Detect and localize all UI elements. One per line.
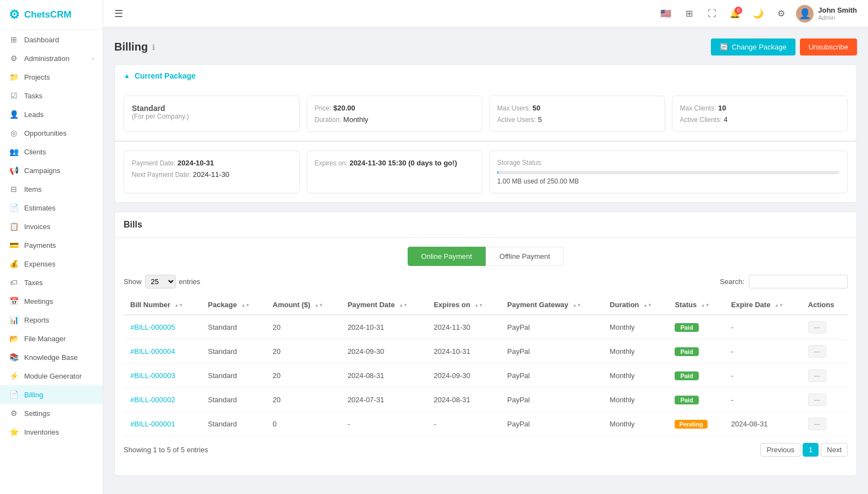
nav-arrow-administration: › (92, 55, 94, 62)
nav-icon-knowledge-base: 📚 (9, 353, 19, 362)
col-package[interactable]: Package ▲▼ (202, 295, 266, 315)
entries-select[interactable]: 25 10 50 100 (145, 275, 176, 288)
sidebar-item-expenses[interactable]: 💰 Expenses (0, 254, 103, 273)
nav-icon-campaigns: 📢 (9, 166, 19, 175)
action-button[interactable]: ··· (808, 393, 826, 406)
cell-expire-date: - (725, 340, 802, 364)
cell-expires-on: 2024-10-31 (427, 340, 500, 364)
notification-icon[interactable]: 🔔 0 (727, 5, 743, 22)
theme-icon[interactable]: 🌙 (750, 5, 766, 22)
sidebar-item-meetings[interactable]: 📅 Meetings (0, 292, 103, 310)
nav-icon-module-generator: ⚡ (9, 371, 19, 380)
cell-bill-number: #BILL-000001 (124, 412, 202, 436)
offline-payment-button[interactable]: Offline Payment (486, 247, 564, 266)
col-duration[interactable]: Duration ▲▼ (603, 295, 669, 315)
search-label: Search: (720, 277, 744, 286)
online-payment-button[interactable]: Online Payment (408, 247, 486, 266)
sidebar-item-opportunities[interactable]: ◎ Opportunities (0, 124, 103, 142)
package-name: Standard (132, 104, 292, 113)
sidebar-item-taxes[interactable]: 🏷 Taxes (0, 273, 103, 292)
sidebar-item-inventories[interactable]: ⭐ Inventories (0, 423, 103, 441)
cell-actions: ··· (802, 315, 848, 340)
content-area: Billing ℹ 🔄 Change Package Unsubscribe ▲… (103, 27, 868, 494)
action-button[interactable]: ··· (808, 345, 826, 358)
horizontal-scrollbar[interactable] (124, 461, 848, 467)
col-bill-number[interactable]: Bill Number ▲▼ (124, 295, 202, 315)
unsubscribe-button[interactable]: Unsubscribe (800, 38, 857, 55)
sidebar-item-leads[interactable]: 👤 Leads (0, 105, 103, 124)
sidebar-item-items[interactable]: ⊟ Items (0, 180, 103, 198)
sidebar-item-reports[interactable]: 📊 Reports (0, 310, 103, 329)
nav-label-taxes: Taxes (24, 279, 43, 287)
page-title-wrap: Billing ℹ (114, 41, 155, 53)
cell-payment-date: 2024-07-31 (341, 388, 427, 412)
nav-icon-meetings: 📅 (9, 297, 19, 306)
search-input[interactable] (749, 275, 848, 288)
action-button[interactable]: ··· (808, 321, 826, 334)
sidebar-item-payments[interactable]: 💳 Payments (0, 236, 103, 254)
status-badge-paid: Paid (675, 347, 698, 356)
chevron-up-icon: ▲ (124, 72, 130, 80)
prev-page-button[interactable]: Previous (760, 443, 800, 457)
table-row: #BILL-000003 Standard 20 2024-08-31 2024… (124, 364, 848, 388)
table-row: #BILL-000001 Standard 0 - - PayPal Month… (124, 412, 848, 436)
pagination-wrap: Showing 1 to 5 of 5 entries Previous 1 N… (124, 436, 848, 459)
cell-amount: 20 (266, 315, 341, 340)
bill-link[interactable]: #BILL-000003 (130, 371, 175, 380)
cell-package: Standard (202, 412, 266, 436)
fullscreen-icon[interactable]: ⛶ (704, 5, 720, 22)
sidebar-item-dashboard[interactable]: ⊞ Dashboard (0, 30, 103, 49)
search-box: Search: (720, 275, 848, 288)
main-area: ☰ 🇺🇸 ⊞ ⛶ 🔔 0 🌙 ⚙ 👤 John Smith Admin Bill… (103, 0, 868, 494)
sidebar-item-module-generator[interactable]: ⚡ Module Generator (0, 367, 103, 385)
grid-icon[interactable]: ⊞ (681, 5, 697, 22)
sidebar-item-estimates[interactable]: 📄 Estimates (0, 198, 103, 217)
section-header[interactable]: ▲ Current Package (114, 64, 857, 87)
bill-link[interactable]: #BILL-000005 (130, 323, 175, 331)
col-expires-on[interactable]: Expires on ▲▼ (427, 295, 500, 315)
cell-status: Paid (668, 315, 724, 340)
sidebar-item-clients[interactable]: 👥 Clients (0, 142, 103, 161)
settings-icon[interactable]: ⚙ (773, 5, 789, 22)
info-icon[interactable]: ℹ (152, 43, 155, 52)
bill-link[interactable]: #BILL-000004 (130, 347, 175, 356)
page-1-button[interactable]: 1 (803, 443, 819, 457)
col-status[interactable]: Status ▲▼ (668, 295, 724, 315)
bill-link[interactable]: #BILL-000001 (130, 420, 175, 428)
sidebar-item-settings[interactable]: ⚙ Settings (0, 404, 103, 423)
sidebar-item-billing[interactable]: 📄 Billing (0, 385, 103, 404)
sidebar-item-projects[interactable]: 📁 Projects (0, 68, 103, 86)
sidebar-item-campaigns[interactable]: 📢 Campaigns (0, 161, 103, 180)
cell-expires-on: 2024-11-30 (427, 315, 500, 340)
next-page-button[interactable]: Next (821, 443, 848, 457)
nav-label-payments: Payments (24, 241, 56, 249)
user-info[interactable]: 👤 John Smith Admin (796, 5, 857, 23)
sidebar-item-knowledge-base[interactable]: 📚 Knowledge Base (0, 348, 103, 367)
nav-label-settings: Settings (24, 409, 50, 418)
cell-duration: Monthly (603, 315, 669, 340)
nav-label-knowledge-base: Knowledge Base (24, 353, 78, 362)
col-payment-date[interactable]: Payment Date ▲▼ (341, 295, 427, 315)
col-amount[interactable]: Amount ($) ▲▼ (266, 295, 341, 315)
change-package-button[interactable]: 🔄 Change Package (711, 38, 795, 55)
sidebar-item-file-manager[interactable]: 📂 File Manager (0, 329, 103, 348)
cell-package: Standard (202, 364, 266, 388)
nav-icon-payments: 💳 (9, 241, 19, 249)
nav-label-invoices: Invoices (24, 223, 51, 231)
col-expire-date[interactable]: Expire Date ▲▼ (725, 295, 802, 315)
hamburger-icon[interactable]: ☰ (114, 8, 123, 20)
action-button[interactable]: ··· (808, 418, 826, 430)
cell-actions: ··· (802, 340, 848, 364)
sidebar-item-invoices[interactable]: 📋 Invoices (0, 217, 103, 236)
logo-text: ChetsCRM (24, 9, 71, 20)
col-gateway[interactable]: Payment Gateway ▲▼ (500, 295, 603, 315)
sidebar-item-administration[interactable]: ⚙ Administration › (0, 49, 103, 68)
action-button[interactable]: ··· (808, 369, 826, 382)
flag-icon[interactable]: 🇺🇸 (658, 5, 674, 22)
cell-duration: Monthly (603, 412, 669, 436)
bill-link[interactable]: #BILL-000002 (130, 396, 175, 404)
nav-icon-opportunities: ◎ (9, 129, 19, 137)
sidebar-item-tasks[interactable]: ☑ Tasks (0, 86, 103, 105)
nav-label-dashboard: Dashboard (24, 36, 59, 44)
bills-body: Online Payment Offline Payment Show 25 1… (115, 238, 856, 475)
